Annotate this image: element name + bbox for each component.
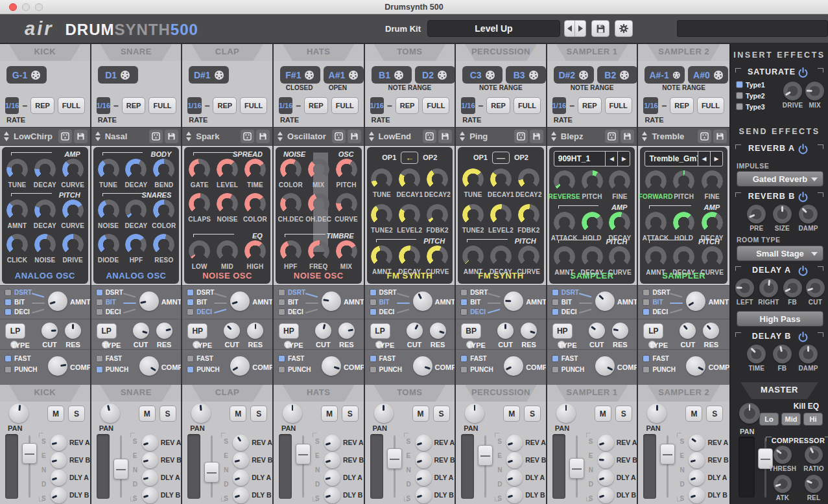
amnt-knob[interactable] (595, 292, 615, 311)
resonance-knob[interactable] (521, 323, 537, 339)
crush-checkbox-dsrt[interactable] (278, 289, 285, 296)
preset-save-button[interactable] (165, 130, 178, 143)
send-knob-rev-a[interactable] (598, 435, 614, 451)
rate-value-box[interactable]: 1/16 (279, 97, 292, 114)
send-knob-rev-a[interactable] (689, 435, 705, 451)
knob-drive[interactable] (62, 234, 84, 255)
filter-type-button[interactable]: LP (370, 323, 390, 339)
knob-curve[interactable] (702, 246, 723, 268)
knob-decay[interactable] (490, 246, 512, 267)
knob-decay[interactable] (34, 159, 56, 180)
knob-attack[interactable] (554, 212, 575, 233)
knob-level2[interactable] (399, 204, 420, 225)
knob-amnt[interactable] (554, 246, 575, 268)
crush-checkbox-deci[interactable] (187, 308, 194, 315)
note-button[interactable]: G-1 (6, 66, 47, 84)
comp-knob[interactable] (595, 356, 615, 376)
op-route-button[interactable]: ← (401, 152, 418, 164)
transient-checkbox-fast[interactable] (643, 355, 650, 362)
knob-hpf[interactable] (280, 240, 302, 262)
knob-forward[interactable] (645, 170, 667, 192)
mute-button[interactable]: M (230, 406, 246, 422)
solo-button[interactable]: S (250, 406, 267, 422)
send-knob-dly-a[interactable] (598, 470, 614, 486)
knob-mid[interactable] (217, 240, 238, 262)
transient-checkbox-punch[interactable] (552, 366, 559, 373)
knob-decay[interactable] (582, 246, 603, 268)
send-knob-rev-b[interactable] (689, 452, 705, 468)
comp-knob[interactable] (413, 356, 432, 376)
note-button[interactable]: B1 (372, 66, 412, 84)
pan-knob[interactable] (283, 404, 302, 423)
solo-button[interactable]: S (706, 406, 723, 422)
crush-checkbox-deci[interactable] (552, 308, 559, 315)
knob-decay[interactable] (399, 246, 420, 267)
knob-attack[interactable] (645, 212, 667, 233)
rep-button[interactable]: REP (122, 97, 146, 114)
preset-name[interactable]: LowEnd (379, 132, 421, 141)
knob-fdbk2[interactable] (427, 204, 448, 225)
send-knob-rev-b[interactable] (506, 452, 523, 468)
comp-knob[interactable] (48, 356, 67, 376)
knob-rel[interactable] (805, 475, 823, 493)
knob-decay[interactable] (125, 200, 147, 221)
crush-checkbox-bit[interactable] (96, 299, 103, 306)
fader-handle[interactable] (113, 459, 128, 479)
comp-knob[interactable] (322, 356, 341, 376)
knob-tune[interactable] (371, 168, 392, 190)
crush-checkbox-bit[interactable] (187, 299, 194, 306)
send-knob-dly-a[interactable] (233, 470, 249, 486)
rep-button[interactable]: REP (304, 97, 328, 114)
preset-save-button[interactable] (713, 130, 727, 143)
comp-knob[interactable] (686, 356, 705, 376)
master-pan-knob[interactable] (739, 403, 760, 424)
send-knob-rev-a[interactable] (416, 435, 432, 451)
crush-checkbox-dsrt[interactable] (643, 289, 650, 296)
mute-button[interactable]: M (321, 406, 338, 422)
full-button[interactable]: FULL (422, 97, 449, 114)
save-kit-button[interactable] (591, 20, 609, 37)
preset-save-button[interactable] (74, 130, 88, 143)
comp-knob[interactable] (230, 356, 250, 376)
knob-diode[interactable] (98, 234, 119, 255)
pan-knob[interactable] (191, 404, 211, 423)
solo-button[interactable]: S (68, 406, 85, 422)
send-knob-rev-a[interactable] (506, 435, 523, 451)
knob-tune2[interactable] (371, 204, 392, 225)
send-knob-dly-b[interactable] (324, 487, 340, 503)
transient-checkbox-punch[interactable] (460, 366, 467, 373)
knob-fine[interactable] (609, 170, 630, 192)
rep-button[interactable]: REP (670, 97, 694, 114)
fader-handle[interactable] (478, 445, 493, 466)
preset-spinner[interactable] (368, 132, 375, 141)
knob-amnt[interactable] (645, 246, 667, 268)
send-knob-dly-a[interactable] (416, 470, 432, 486)
cutoff-knob[interactable] (497, 323, 514, 339)
knob-fb[interactable] (773, 345, 792, 363)
crush-checkbox-bit[interactable] (460, 299, 467, 306)
knob-reverse[interactable] (554, 170, 575, 192)
crush-checkbox-deci[interactable] (5, 308, 12, 315)
cutoff-knob[interactable] (315, 323, 331, 339)
kit-select-dropdown[interactable]: Level Up (427, 20, 560, 37)
preset-name[interactable]: Blepz (561, 132, 604, 141)
knob-time[interactable] (244, 159, 266, 180)
solo-button[interactable]: S (433, 406, 450, 422)
send-knob-dly-a[interactable] (142, 470, 158, 486)
full-button[interactable]: FULL (697, 97, 724, 114)
rep-button[interactable]: REP (396, 97, 420, 114)
knob-tune2[interactable] (462, 204, 484, 225)
fader-handle[interactable] (22, 443, 37, 464)
pan-knob[interactable] (374, 404, 394, 423)
knob-tune[interactable] (98, 159, 119, 180)
note-button[interactable]: A#0 (688, 66, 728, 84)
knob-ratio[interactable] (805, 446, 823, 464)
note-button[interactable]: A#-1 (645, 66, 685, 84)
knob-level[interactable] (217, 159, 238, 180)
randomize-button[interactable] (423, 130, 436, 143)
knob-decay1[interactable] (399, 168, 420, 190)
resonance-knob[interactable] (338, 323, 355, 339)
sample-selector[interactable]: 909HT_1◀▶ (554, 151, 631, 166)
resonance-knob[interactable] (612, 323, 628, 339)
kill-hi-button[interactable]: Hi (803, 413, 823, 426)
